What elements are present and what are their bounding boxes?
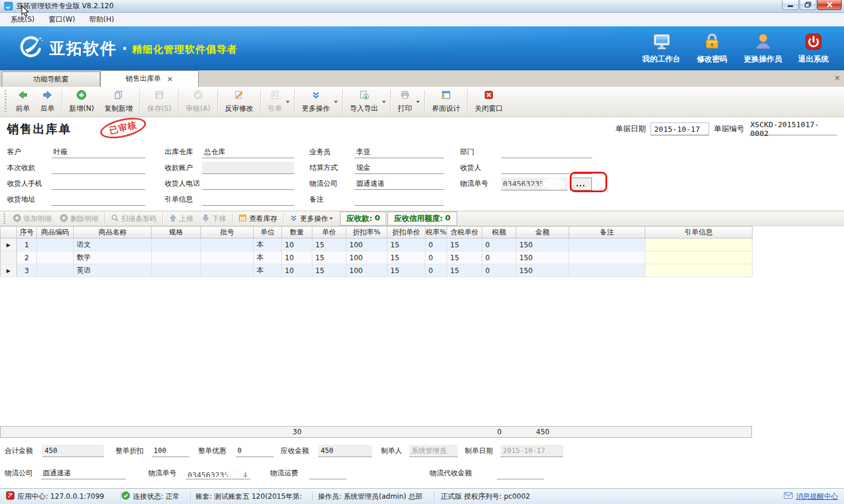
doc-no-field: XSCKD-20151017-0002 [749,122,837,135]
unapprove-edit-button[interactable]: 反审修改 [220,88,258,115]
my-workbench-button[interactable]: 我的工作台 [642,32,680,64]
maker-field: 系统管理员 [409,445,458,457]
monitor-icon [652,32,671,53]
table-row[interactable]: 2 数学 本 10 15 100 15 0 15 0 150 [1,251,753,264]
freight-field[interactable] [309,467,346,479]
close-window-button[interactable]: 关闭窗口 [469,88,508,115]
restore-button[interactable] [799,0,816,10]
tab-sales-outbound[interactable]: 销售出库单 × [100,70,199,87]
department-field[interactable] [501,146,592,158]
close-button[interactable] [817,0,842,10]
print-button[interactable]: 打印 [393,88,417,115]
col-price: 单价 [312,227,346,239]
tracking-no-field[interactable]: 0345632357314 [186,467,250,479]
table-row[interactable]: ▶ 1 语文 本 10 15 100 15 0 15 0 150 [1,239,753,251]
tab-function-nav[interactable]: 功能导航窗 [2,71,100,87]
address-field[interactable] [52,193,145,206]
ui-design-button[interactable]: 界面设计 [427,88,465,115]
salesman-field[interactable]: 李亚 [355,146,444,158]
main-toolbar: 前单 后单 新增(N) 复制新增 保存(S) 审核(A) 反审修改 引单 [0,87,844,117]
move-up-button[interactable]: 上移 [165,213,198,225]
switch-operator-button[interactable]: 更换操作员 [744,32,782,64]
consignee-field[interactable] [501,162,592,174]
exit-system-button[interactable]: 退出系统 [798,32,829,64]
dropdown-arrow-icon[interactable] [334,101,338,103]
menu-window[interactable]: 窗口(W) [42,13,82,26]
payment-field[interactable] [52,162,145,174]
new-button[interactable]: 新增(N) [64,88,99,115]
titlebar: 亚拓管理软件专业版 V8.2.120 [0,0,844,13]
import-export-button[interactable]: 导入导出 [345,88,383,115]
summary-amount: 450 [516,428,569,436]
row-selector[interactable] [1,251,17,264]
app-logo-icon [4,2,13,11]
col-batch: 批号 [201,227,254,239]
save-button[interactable]: 保存(S) [142,88,176,115]
dropdown-arrow-icon[interactable] [286,101,290,103]
order-offer-label: 整单优惠 [198,446,231,456]
arrow-right-icon [42,90,53,102]
close-window-icon [484,90,494,102]
save-icon [154,90,165,102]
col-code: 商品编码 [37,227,74,239]
menu-system[interactable]: 系统(S) [4,13,42,26]
tab-close-icon[interactable]: × [167,75,173,83]
mobile-field[interactable] [52,178,145,190]
warehouse-field[interactable]: 总仓库 [202,146,294,158]
logistics-field[interactable]: 圆通速递 [355,178,444,190]
col-tax: 税额 [482,227,516,239]
ref-doc-icon [270,90,280,102]
dropdown-arrow-icon[interactable] [416,101,420,103]
order-offer-field[interactable]: 0 [236,445,274,457]
tabstrip-close-icon[interactable]: × [834,73,840,82]
delete-row-button[interactable]: 删除明细 [56,213,103,225]
next-doc-button[interactable]: 后单 [35,88,60,115]
doc-date-field[interactable]: 2015-10-17 [651,122,709,135]
toolbar-separator [162,213,163,224]
ref-info-field[interactable] [202,193,294,206]
tracking-browse-button[interactable]: ... [570,178,592,190]
tracking-field[interactable]: 0345632357314 [501,178,567,190]
credit-limit-badge: 应收信用额度: 0 [387,212,457,226]
detail-more-actions-button[interactable]: 更多操作 [285,213,340,225]
toolbar-grip [5,90,6,114]
prev-doc-button[interactable]: 前单 [11,88,35,115]
circle-remove-icon [60,214,68,224]
logistics-company-field[interactable]: 圆通速递 [41,467,126,479]
row-selector[interactable]: ▶ [1,264,17,277]
more-actions-button[interactable]: 更多操作 [297,88,335,115]
col-qty: 数量 [282,227,312,239]
table-row[interactable]: ▶ 3 英语 本 10 15 100 15 0 15 0 150 [1,264,753,277]
copy-new-button[interactable]: 复制新增 [99,88,138,115]
change-password-button[interactable]: 修改密码 [697,32,727,64]
menu-help[interactable]: 帮助(H) [82,13,121,26]
order-discount-field[interactable]: 100 [152,445,189,457]
redaction-smudge [542,178,566,190]
minimize-button[interactable] [782,0,799,10]
remark-field[interactable] [355,193,444,206]
make-date-field: 2015-10-17 [501,445,563,457]
view-stock-button[interactable]: 查看库存 [234,213,281,225]
toolbar-separator [390,90,391,114]
ref-info-label: 引单信息 [165,195,202,205]
brand-name: 亚拓软件 [49,38,117,59]
settle-field[interactable]: 现金 [355,162,444,174]
row-selector[interactable]: ▶ [1,239,17,251]
approve-button[interactable]: 审核(A) [181,88,216,115]
col-discount-price: 折扣单价 [387,227,426,239]
col-ref-info: 引单信息 [645,227,753,239]
phone-field[interactable] [202,178,294,190]
footer-totals: 合计金额 450 整单折扣 100 整单优惠 0 应收金额 450 制单人 系统… [0,438,844,482]
cod-amount-field[interactable] [497,467,544,479]
ref-doc-button[interactable]: 引单 [263,88,287,115]
move-down-button[interactable]: 下移 [198,213,230,225]
grid-header-row: 序号 商品编码 商品名称 规格 批号 单位 数量 单价 折扣率% 折扣单价 税率… [1,227,753,239]
scan-barcode-button[interactable]: 扫描条形码 [107,213,161,225]
dropdown-arrow-icon[interactable] [382,101,386,103]
receivable-badge: 应收款: 0 [340,212,386,226]
add-row-button[interactable]: 添加明细 [9,213,56,225]
status-separator [190,492,191,501]
customer-field[interactable]: 叶薇 [52,146,145,158]
message-center-link[interactable]: 消息提醒中心 [784,491,838,502]
menubar: 系统(S) 窗口(W) 帮助(H) [0,13,844,26]
